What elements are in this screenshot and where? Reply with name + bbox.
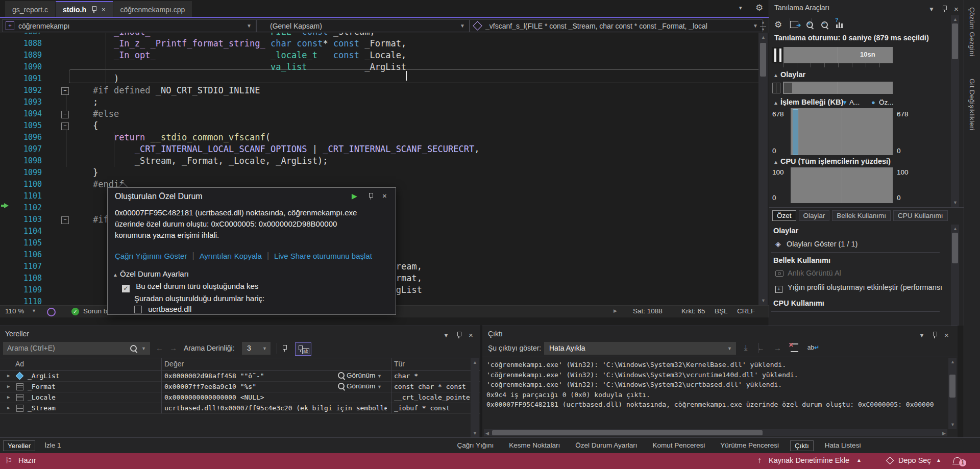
code-line-1091[interactable]: 1091 ) <box>0 73 769 85</box>
fold-marker-icon[interactable]: − <box>61 216 69 224</box>
break-histogram-icon[interactable]: ? <box>836 21 843 28</box>
tab-list-dropdown-icon[interactable]: ▾ <box>739 5 742 11</box>
tab-cöğrenmekampı.cpp[interactable]: cöğrenmekampı.cpp <box>113 1 192 17</box>
close-icon[interactable]: × <box>382 191 387 200</box>
code-line-1088[interactable]: 1088 _In_z_ _Printf_format_string_ char … <box>0 38 769 50</box>
output-filter-dropdown[interactable]: Hata Ayıkla ▼ <box>544 342 736 355</box>
hscroll-right-icon[interactable]: ▶ <box>614 308 617 313</box>
code-line-1092[interactable]: 1092− #if defined _NO_CRT_STDIO_INLINE <box>0 85 769 96</box>
search-back-icon[interactable]: ← <box>156 343 163 352</box>
pin-icon[interactable] <box>942 6 947 12</box>
export-icon[interactable]: ➜ <box>790 21 798 28</box>
select-repo-button[interactable]: Depo Seç <box>898 456 931 464</box>
chevron-down-icon[interactable]: ▼ <box>443 332 449 339</box>
code-line-1089[interactable]: 1089 _In_opt_ _locale_t const _Locale, <box>0 50 769 61</box>
chevron-down-icon[interactable]: ▼ <box>141 346 146 351</box>
locals-search-box[interactable]: Arama (Ctrl+E) ▼ <box>3 342 150 355</box>
locals-scrollbar[interactable]: ▲ ▼ <box>471 358 479 438</box>
split-editor-handle[interactable]: ▲▼ <box>758 20 768 31</box>
settings-gear-icon[interactable]: ⚙ <box>774 19 782 30</box>
heap-profile-toggle[interactable]: Yığın profili oluşturmayı etkinleştir (p… <box>788 283 946 291</box>
fold-marker-icon[interactable]: − <box>61 122 69 130</box>
expander-icon[interactable]: ▶ <box>7 394 10 400</box>
tool-tab-Özel Durum Ayarları[interactable]: Özel Durum Ayarları <box>571 440 641 451</box>
next-message-icon[interactable]: → <box>774 343 781 352</box>
continue-icon[interactable]: ▶ <box>352 192 357 200</box>
chevron-down-icon[interactable]: ▼ <box>928 6 935 13</box>
sidebar-tab-Git Değişiklikleri[interactable]: Git Değişiklikleri <box>968 79 976 130</box>
chevron-up-icon[interactable]: ▲ <box>936 457 941 463</box>
pin-icon[interactable] <box>368 193 373 200</box>
pin-property-icon[interactable] <box>282 345 287 352</box>
expander-icon[interactable]: ▶ <box>7 405 10 410</box>
tab-Bellek Kullanımı[interactable]: Bellek Kullanımı <box>832 210 891 221</box>
table-row-_Format[interactable]: ▶_Format0x00007ff7ee8a9c10 "%s"Görünüm ▼… <box>0 381 480 392</box>
pin-icon[interactable] <box>91 6 96 13</box>
tab-Olaylar[interactable]: Olaylar <box>799 210 830 221</box>
events-track[interactable] <box>783 82 893 94</box>
module-exception-row[interactable]: ucrtbased.dll <box>134 305 191 313</box>
chevron-down-icon[interactable]: ▼ <box>919 332 925 339</box>
liveshare-link[interactable]: Live Share oturumunu başlat <box>274 252 372 260</box>
legend-triangle-icon[interactable]: ▼ <box>842 99 848 106</box>
exception-settings-header[interactable]: ▲ Özel Durum Ayarları <box>113 269 189 278</box>
close-icon[interactable]: × <box>944 331 949 339</box>
sidebar-tab-Çözüm Gezgini[interactable]: Çözüm Gezgini <box>968 7 976 56</box>
close-icon[interactable]: × <box>102 6 106 13</box>
var-value[interactable]: 0x0000000000000000 <NULL> <box>164 393 387 401</box>
view-link[interactable]: Görünüm ▼ <box>337 382 383 390</box>
tool-tab-Yürütme Penceresi[interactable]: Yürütme Penceresi <box>716 440 783 451</box>
member-dropdown[interactable]: _vfscanf_s_l(FILE * const _Stream, char … <box>470 19 763 32</box>
col-type[interactable]: Tür <box>394 360 405 368</box>
zoom-level[interactable]: 110 % <box>5 307 24 315</box>
summary-scrollbar[interactable]: ▲ <box>951 225 959 326</box>
code-line-1099[interactable]: 1099 } <box>0 167 769 179</box>
memory-legend-a[interactable]: A... <box>849 98 860 106</box>
code-line-1097[interactable]: 1097 _CRT_INTERNAL_LOCAL_SCANF_OPTIONS |… <box>0 143 769 155</box>
search-icon[interactable] <box>130 345 137 352</box>
tab-gs_report.c[interactable]: gs_report.c <box>5 1 55 17</box>
chevron-up-icon[interactable]: ▲ <box>856 457 862 463</box>
close-icon[interactable]: × <box>954 5 959 13</box>
tool-tab-Hata Listesi[interactable]: Hata Listesi <box>821 440 865 451</box>
output-log[interactable]: 'cöğrenmekampı.exe' (Win32): 'C:\Windows… <box>486 360 946 410</box>
code-line-1093[interactable]: 1093 ; <box>0 96 769 108</box>
expander-icon[interactable]: ▶ <box>7 384 10 389</box>
take-snapshot-button[interactable]: Anlık Görüntü Al <box>788 269 841 277</box>
checkbox-checked-icon[interactable]: ✓ <box>122 285 130 292</box>
legend-circle-icon[interactable]: ● <box>871 98 875 106</box>
pin-icon[interactable] <box>456 332 461 338</box>
timeline-track[interactable]: 10sn <box>783 47 893 63</box>
fold-marker-icon[interactable]: − <box>61 87 69 95</box>
show-events-link[interactable]: Olayları Göster (1 / 1) <box>787 240 857 248</box>
view-link[interactable]: Görünüm ▼ <box>337 372 383 379</box>
memory-graph[interactable] <box>791 108 893 155</box>
output-vscrollbar[interactable]: ▲ ▼ <box>948 358 957 429</box>
zoom-in-icon[interactable]: + <box>806 21 813 28</box>
checkbox-unchecked-icon[interactable] <box>134 306 142 313</box>
memory-section-header[interactable]: ▲ İşlem Belleği (KB) <box>773 98 843 106</box>
scrollbar-thumb[interactable] <box>760 43 766 77</box>
add-source-control-button[interactable]: Kaynak Denetimine Ekle <box>769 456 849 464</box>
col-name[interactable]: Ad <box>15 360 24 368</box>
code-line-1096[interactable]: 1096 return __stdio_common_vfscanf( <box>0 132 769 143</box>
tab-CPU Kullanımı[interactable]: CPU Kullanımı <box>893 210 948 221</box>
pin-icon[interactable] <box>932 332 937 338</box>
scope-dropdown[interactable]: (Genel Kapsam) ▼ <box>256 19 470 32</box>
hex-display-toggle[interactable]: ab <box>295 342 311 356</box>
tab-stdio.h[interactable]: stdio.h× <box>56 1 112 17</box>
memory-legend-b[interactable]: Öz... <box>879 98 894 106</box>
tool-tab-İzle 1[interactable]: İzle 1 <box>40 440 65 451</box>
search-depth-select[interactable]: 3 ▼ <box>242 342 271 355</box>
cpu-graph[interactable] <box>791 167 893 203</box>
insert-mode-indicator[interactable]: BŞL <box>715 307 728 315</box>
prev-message-icon[interactable]: ← <box>757 343 765 352</box>
table-row-_Locale[interactable]: ▶_Locale0x0000000000000000 <NULL>__crt_l… <box>0 392 480 403</box>
code-line-1098[interactable]: 1098 _Stream, _Format, _Locale, _ArgList… <box>0 155 769 167</box>
column-indicator[interactable]: Krkt: 65 <box>681 307 705 315</box>
tool-tab-Kesme Noktaları[interactable]: Kesme Noktaları <box>505 440 564 451</box>
word-wrap-icon[interactable]: ab↵ <box>807 344 819 351</box>
jump-to-message-icon[interactable]: ⤓ <box>744 343 748 352</box>
background-tasks-flag-icon[interactable]: ⚐ <box>5 456 12 465</box>
fold-marker-icon[interactable]: − <box>61 111 69 118</box>
